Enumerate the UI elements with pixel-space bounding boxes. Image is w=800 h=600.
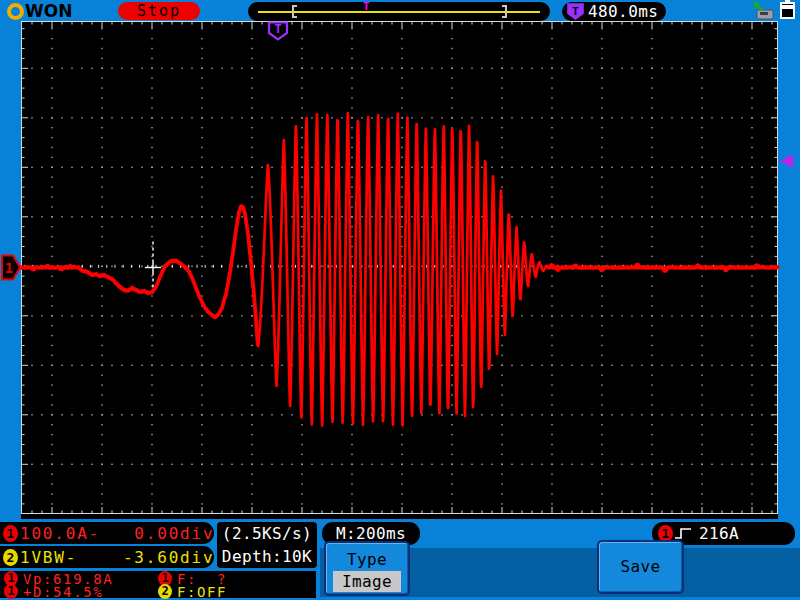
meas-f2: F:OFF (177, 584, 227, 600)
type-value-selected: Image (333, 571, 401, 592)
svg-text:T: T (572, 4, 579, 18)
window-trigger-position-marker: T (363, 2, 370, 12)
logo-letters: WON (25, 1, 72, 21)
channel1-scale: 100.0A- 0.00div (20, 524, 214, 543)
channel2-scale: 1VBW- -3.60div (20, 548, 214, 567)
logo-o-icon (7, 3, 24, 20)
usb-disk-icon (750, 1, 776, 20)
channel1-status: 1 100.0A- 0.00div (0, 522, 214, 544)
channel1-badge: 1 (3, 525, 18, 542)
type-label: Type (326, 550, 408, 569)
acquisition-status-button[interactable]: Stop (118, 2, 200, 20)
sample-rate: (2.5KS/s) (217, 522, 317, 545)
meas-dd-badge: 1 (4, 584, 18, 599)
meas-f2-badge: 2 (158, 584, 172, 599)
record-window-indicator[interactable]: T (248, 2, 550, 21)
measurements-box: 1 Vp:619.8A 1 F: ? 1 +D:54.5% 2 F:OFF (0, 571, 316, 598)
trigger-level-value: 216A (699, 524, 739, 543)
oscilloscope-screen: T1 WON Stop T T 480.0ms 1 100.0A- 0.00di… (0, 0, 800, 600)
trigger-time-value: 480.0ms (588, 2, 658, 21)
save-button[interactable]: Save (597, 540, 684, 594)
window-left-bracket (292, 5, 297, 18)
memory-depth: Depth:10K (217, 545, 317, 568)
channel2-badge: 2 (3, 549, 18, 566)
trigger-time-pill: T 480.0ms (562, 2, 666, 21)
svg-text:1: 1 (5, 260, 13, 276)
acquisition-info: (2.5KS/s) Depth:10K (217, 522, 317, 568)
battery-icon (780, 2, 795, 19)
window-right-bracket (502, 5, 507, 18)
channel2-status: 2 1VBW- -3.60div (0, 546, 214, 568)
brand-logo: WON (7, 1, 72, 21)
meas-dd: +D:54.5% (23, 584, 103, 600)
trigger-t-icon: T (567, 3, 584, 20)
svg-text:T: T (274, 22, 281, 36)
record-window-line (258, 11, 540, 13)
type-button[interactable]: Type Image (324, 541, 410, 596)
waveform-display: T1 (0, 0, 800, 600)
